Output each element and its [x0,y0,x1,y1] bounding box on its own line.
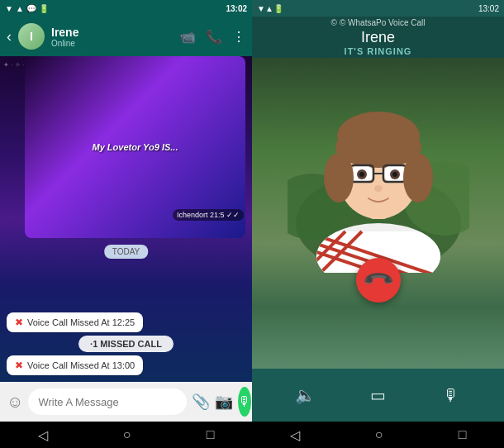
more-options-button[interactable]: ⋮ [232,29,245,45]
voice-call-button[interactable]: 📞 [206,29,222,45]
call-header: © © WhatsaPo Voice Call Irene IT'S RINGI… [252,17,504,58]
battery-icon: 🔋 [39,4,49,13]
brand-label: © © WhatsaPo Voice Call [331,18,426,27]
camera-button[interactable]: 📷 [215,393,233,411]
contact-info: Irene Online [51,26,173,48]
copyright-icon: © [331,18,337,27]
svg-point-25 [359,172,364,177]
missed-call-icon-2: ✖ [15,360,23,371]
caller-name: Irene [361,29,395,46]
messages-area: ✖ Voice Call Missed At 12:25 ·1 MISSED C… [0,309,252,382]
attach-button[interactable]: 📎 [192,393,210,411]
message-row-2: ✖ Voice Call Missed At 13:00 [7,355,245,375]
message-row: ✖ Voice Call Missed At 12:25 [7,312,245,332]
left-panel: ▼ ▲ 💬 🔋 13:02 ‹ I Irene Online 📹 📞 ⋮ My … [0,0,252,448]
top-bar: ‹ I Irene Online 📹 📞 ⋮ [0,17,252,56]
right-nav-home-button[interactable]: ○ [375,427,383,442]
right-status-bar: ▼▲🔋 13:02 [252,0,504,17]
right-nav-bar: ◁ ○ □ [252,422,504,448]
end-call-button[interactable]: 📞 [356,258,401,303]
call-status: IT'S RINGING [345,46,412,56]
caller-photo: 📞 [252,58,504,369]
wifi-icon: ▲ [16,4,24,13]
status-bar-left-icons: ▼ ▲ 💬 🔋 [5,4,49,13]
back-button[interactable]: ‹ [7,28,12,45]
status-bar-time: 13:02 [226,4,247,13]
svg-point-26 [392,172,397,177]
svg-point-27 [374,185,383,192]
svg-point-29 [403,153,433,203]
today-label: TODAY [104,245,149,259]
left-status-bar: ▼ ▲ 💬 🔋 13:02 [0,0,252,17]
end-call-icon: 📞 [361,263,395,297]
right-nav-recents-button[interactable]: □ [459,427,467,442]
missed-call-count-bubble[interactable]: ·1 MISSED CALL [78,336,174,352]
right-panel: ▼▲🔋 13:02 © © WhatsaPo Voice Call Irene … [252,0,504,448]
mute-button[interactable]: 🎙 [435,379,468,412]
missed-call-bubble-1: ✖ Voice Call Missed At 12:25 [7,312,143,332]
speaker-button[interactable]: 🔈 [288,379,321,412]
video-toggle-button[interactable]: ▭ [361,379,394,412]
top-bar-actions: 📹 📞 ⋮ [179,29,245,45]
missed-call-text-2: Voice Call Missed At 13:00 [27,360,135,370]
missed-call-count-row: ·1 MISSED CALL [7,336,245,352]
emoji-button[interactable]: ☺ [7,393,23,412]
missed-call-bubble-2: ✖ Voice Call Missed At 13:00 [7,355,143,375]
left-nav-bar: ◁ ○ □ [0,422,252,448]
contact-status: Online [51,39,173,48]
nav-back-button[interactable]: ◁ [38,427,48,443]
mic-button[interactable]: 🎙 [238,387,251,417]
mute-icon: 🎙 [443,386,459,405]
photo-background: 📞 [252,58,504,369]
speaker-icon: 🔈 [295,385,316,405]
brand-text: © WhatsaPo Voice Call [340,18,426,27]
video-toggle-icon: ▭ [370,385,386,405]
call-controls: 🔈 ▭ 🎙 [252,369,504,422]
nav-recents-button[interactable]: □ [207,427,215,442]
missed-call-text-1: Voice Call Missed At 12:25 [27,317,135,327]
media-text: My Lovetor Yo9 IS... [93,142,178,152]
right-status-icons: ▼▲🔋 [257,4,283,13]
avatar-initials: I [18,23,45,50]
signal-icon: ▼ [5,4,13,13]
nav-home-button[interactable]: ○ [123,427,131,442]
message-input[interactable] [28,388,187,415]
right-nav-back-button[interactable]: ◁ [290,427,300,443]
missed-call-icon-1: ✖ [15,317,23,328]
contact-name: Irene [51,26,173,39]
message-timestamp: Ichendort 21:5 ✓✓ [173,209,244,221]
input-area: ☺ 📎 📷 🎙 [0,382,252,422]
right-status-time: 13:02 [478,4,499,13]
avatar[interactable]: I [18,23,45,50]
svg-point-28 [324,153,354,203]
chat-icon: 💬 [26,4,36,13]
chat-area: My Lovetor Yo9 IS... Ichendort 21:5 ✓✓ T… [0,56,252,382]
video-call-button[interactable]: 📹 [179,29,196,45]
mic-icon: 🎙 [238,394,251,409]
caller-avatar-svg [288,58,469,273]
